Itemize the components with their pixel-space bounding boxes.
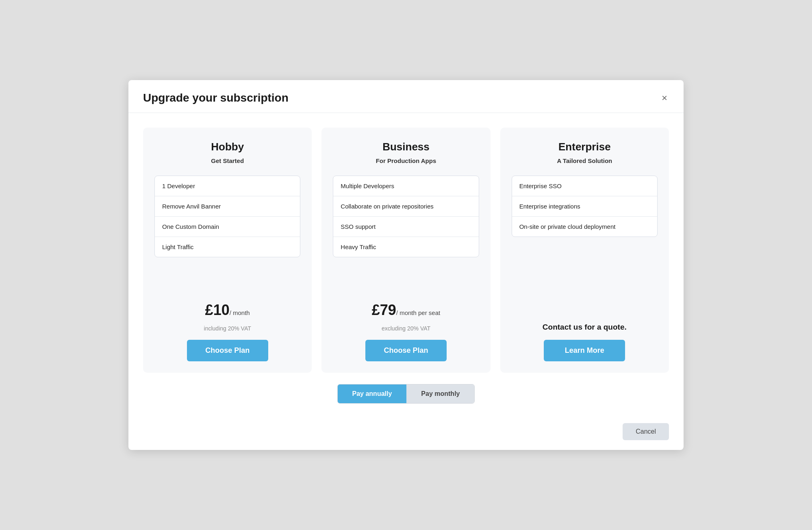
features-list: 1 Developer Remove Anvil Banner One Cust…	[154, 176, 300, 257]
price-note: including 20% VAT	[204, 325, 251, 332]
plan-button-hobby[interactable]: Choose Plan	[187, 340, 268, 361]
plan-subtitle: A Tailored Solution	[557, 157, 612, 164]
modal-body: Hobby Get Started 1 Developer Remove Anv…	[128, 113, 684, 418]
feature-item: Heavy Traffic	[333, 237, 478, 257]
feature-item: On-site or private cloud deployment	[512, 217, 657, 237]
feature-item: Light Traffic	[155, 237, 300, 257]
feature-item: Multiple Developers	[333, 176, 478, 196]
price-note: excluding 20% VAT	[382, 325, 430, 332]
plan-card-enterprise: Enterprise A Tailored Solution Enterpris…	[500, 128, 669, 373]
feature-item: Remove Anvil Banner	[155, 196, 300, 217]
plan-name: Business	[382, 141, 430, 153]
price-period: / month per seat	[396, 309, 440, 316]
close-button[interactable]: ×	[660, 91, 669, 104]
plan-name: Enterprise	[558, 141, 611, 153]
plan-button-business[interactable]: Choose Plan	[365, 340, 447, 361]
price-period: / month	[230, 309, 250, 316]
plan-subtitle: For Production Apps	[376, 157, 436, 164]
plans-container: Hobby Get Started 1 Developer Remove Anv…	[143, 128, 669, 373]
feature-item: Enterprise SSO	[512, 176, 657, 196]
price-main: £10	[205, 302, 230, 318]
feature-item: Enterprise integrations	[512, 196, 657, 217]
billing-toggle-annually[interactable]: Pay annually	[338, 384, 407, 403]
billing-toggle-monthly[interactable]: Pay monthly	[406, 384, 474, 403]
billing-toggle: Pay annuallyPay monthly	[337, 384, 475, 404]
billing-toggle-section: Pay annuallyPay monthly	[143, 384, 669, 404]
feature-item: One Custom Domain	[155, 217, 300, 237]
modal-footer: Cancel	[128, 418, 684, 450]
contact-quote: Contact us for a quote.	[543, 323, 627, 332]
cancel-button[interactable]: Cancel	[623, 423, 669, 440]
plan-card-business: Business For Production Apps Multiple De…	[321, 128, 490, 373]
plan-button-enterprise[interactable]: Learn More	[544, 340, 625, 361]
feature-item: 1 Developer	[155, 176, 300, 196]
plan-card-hobby: Hobby Get Started 1 Developer Remove Anv…	[143, 128, 312, 373]
upgrade-subscription-modal: Upgrade your subscription × Hobby Get St…	[128, 80, 684, 450]
modal-header: Upgrade your subscription ×	[128, 80, 684, 113]
features-list: Multiple Developers Collaborate on priva…	[333, 176, 479, 257]
plan-subtitle: Get Started	[211, 157, 244, 164]
price-section: £79/ month per seat	[372, 302, 440, 319]
modal-title: Upgrade your subscription	[143, 91, 289, 104]
plan-name: Hobby	[211, 141, 244, 153]
features-list: Enterprise SSO Enterprise integrations O…	[512, 176, 658, 237]
price-main: £79	[372, 302, 396, 318]
feature-item: Collaborate on private repositories	[333, 196, 478, 217]
feature-item: SSO support	[333, 217, 478, 237]
price-section: £10/ month	[205, 302, 250, 319]
